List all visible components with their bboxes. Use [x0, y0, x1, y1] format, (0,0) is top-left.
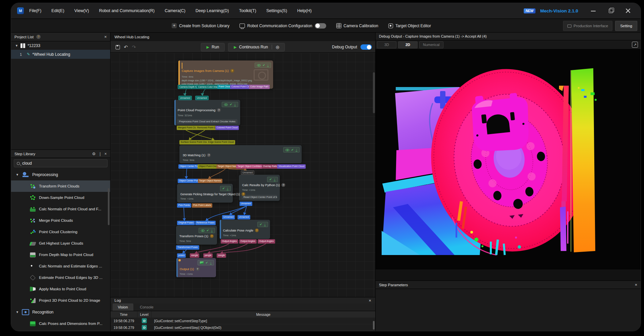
- close-project-list-icon[interactable]: ×: [104, 34, 107, 39]
- chevron-down-icon[interactable]: ▼: [16, 173, 19, 176]
- node-generate-picking-strategy[interactable]: ✔ ↓ Generate Picking Strategy for Target…: [177, 184, 233, 203]
- step-search-input[interactable]: cloud: [14, 159, 108, 167]
- help-icon[interactable]: ?: [217, 108, 221, 112]
- tab-console[interactable]: Console: [135, 303, 159, 311]
- port-pick-point-labels[interactable]: Pick Point Labels: [192, 203, 213, 208]
- step-library-scrollbar[interactable]: [108, 188, 110, 225]
- close-button[interactable]: [624, 7, 633, 14]
- close-step-library-icon[interactable]: ×: [104, 152, 107, 156]
- gear-icon[interactable]: ⚙: [92, 152, 96, 156]
- input-yangle[interactable]: yangle: [203, 253, 213, 258]
- camera-calibration-button[interactable]: Camera Calibration: [336, 23, 378, 28]
- menu-edit[interactable]: Edit(E): [51, 8, 64, 13]
- project-item-row[interactable]: 1 ✎ *Wheel Hub Locating: [11, 50, 110, 59]
- port-colored-point-cloud[interactable]: Colored Point Cloud: [215, 126, 239, 130]
- step-item-calc-poses-dimensions[interactable]: Calc Poses and Dimensions from P...: [11, 318, 110, 329]
- visibility-icon[interactable]: [201, 229, 205, 232]
- run-button[interactable]: ▶ Run: [201, 43, 225, 51]
- help-icon[interactable]: ?: [210, 234, 214, 238]
- download-icon[interactable]: ↓: [210, 261, 212, 264]
- download-icon[interactable]: ↓: [227, 187, 228, 190]
- visibility-icon[interactable]: [286, 149, 289, 151]
- input-unnamed[interactable]: Unnamed: [195, 96, 209, 100]
- input-zangle[interactable]: zangle: [217, 253, 226, 258]
- log-row[interactable]: 19:58:06.279 D [GuiContext::setCurrentSt…: [111, 324, 375, 331]
- input-edge-scene-point-cloud[interactable]: Edge Scene Point Cloud: [207, 140, 235, 144]
- node-transform-poses[interactable]: ✔ ↓ Transform Poses (1)? Time: 5ms: [176, 226, 217, 245]
- visibility-icon[interactable]: [257, 64, 261, 67]
- continuous-run-settings-icon[interactable]: ◎: [276, 45, 279, 49]
- node-calc-results-python[interactable]: ✔ ↓ Calc Results by Python (1)? Time: <1…: [239, 175, 280, 201]
- port-output-angles[interactable]: Output Angles: [258, 239, 275, 244]
- help-icon[interactable]: ?: [255, 228, 259, 232]
- log-scrollbar[interactable]: [373, 321, 375, 330]
- continuous-run-button[interactable]: ▶ Continuous Run ◎: [228, 43, 285, 51]
- setting-button[interactable]: Setting: [615, 21, 637, 31]
- project-root-row[interactable]: ▼ *12233: [11, 41, 110, 50]
- node-output[interactable]: ✔ ↓ Output (1)? Time: <1ms: [176, 258, 216, 277]
- input-unnamed[interactable]: Unnamed: [222, 215, 235, 219]
- step-item-edges-3d[interactable]: Estimate Point Cloud Edges by 3D ...: [11, 272, 110, 283]
- menu-toolkit[interactable]: Toolkit(T): [239, 8, 256, 13]
- input-surface-scene-point-cloud[interactable]: Surface Scene Point Cloud: [179, 140, 210, 144]
- visibility-icon[interactable]: [224, 103, 228, 106]
- step-item-apply-masks[interactable]: Apply Masks to Point Cloud: [11, 283, 110, 295]
- download-icon[interactable]: ↓: [234, 103, 236, 106]
- input-unnamed[interactable]: Unnamed: [241, 170, 254, 175]
- node-calculate-pose-angle[interactable]: ✔ ↓ Calculate Pose Angle? Time: <1ms: [220, 220, 270, 239]
- image-icon[interactable]: [200, 261, 204, 264]
- port-color-image-path[interactable]: Color Image Path: [249, 85, 270, 89]
- port-output-angles[interactable]: Output Angles: [221, 239, 238, 244]
- robot-communication-configuration-button[interactable]: Robot Communication Configuration: [240, 23, 326, 29]
- menu-deep-learning[interactable]: Deep Learning(D): [196, 8, 229, 13]
- step-item-estimate-edges[interactable]: Calc Normals and Estimate Edges ...: [11, 260, 110, 272]
- input-xangle[interactable]: xangle: [190, 253, 200, 258]
- group-recognition[interactable]: ▼ Recognition: [11, 306, 110, 318]
- help-icon[interactable]: ?: [207, 153, 211, 157]
- port-transformed-poses[interactable]: Transformed Poses: [176, 245, 199, 250]
- step-item-down-sample[interactable]: Down-Sample Point Cloud: [11, 192, 110, 203]
- step-item-depth-map[interactable]: From Depth Map to Point Cloud: [11, 249, 110, 260]
- chevron-down-icon[interactable]: ▼: [16, 310, 19, 314]
- robot-comm-toggle[interactable]: [315, 23, 326, 29]
- menu-settings[interactable]: Settings(S): [266, 8, 287, 13]
- port-pick-points[interactable]: Pick Points: [177, 203, 191, 208]
- download-icon[interactable]: ↓: [211, 229, 213, 232]
- port-visualization-point-cloud[interactable]: Visualization Point Cloud: [277, 164, 306, 169]
- group-preprocessing[interactable]: ▼ Preprocessing: [11, 169, 110, 180]
- menu-view[interactable]: View(V): [74, 8, 89, 13]
- download-icon[interactable]: ↓: [267, 64, 269, 67]
- download-icon[interactable]: ↓: [274, 178, 275, 181]
- menu-file[interactable]: File(F): [29, 8, 41, 13]
- step-item-highest-layer[interactable]: Get Highest Layer Clouds: [11, 238, 110, 249]
- step-item-clustering[interactable]: Point Cloud Clustering: [11, 226, 110, 238]
- node-subprocedure[interactable]: Read Object Center Point of M...: [242, 195, 277, 199]
- input-poses[interactable]: poses: [177, 253, 186, 258]
- menu-robot-communication[interactable]: Robot and Communication(R): [99, 8, 155, 13]
- help-icon[interactable]: ?: [36, 35, 41, 39]
- depth-image-viewport[interactable]: [376, 49, 641, 269]
- input-reference-poses[interactable]: Reference Poses: [195, 221, 216, 225]
- step-item-transform-point-clouds[interactable]: Transform Point Clouds: [11, 180, 110, 192]
- create-from-solution-library-button[interactable]: + Create from Solution Library: [172, 23, 229, 28]
- node-subprocedure[interactable]: Preprocess Point Cloud and Extract Circu…: [177, 119, 238, 124]
- production-interface-button[interactable]: Production Interface: [563, 21, 612, 31]
- menu-help[interactable]: Help(H): [297, 8, 312, 13]
- tab-3d[interactable]: 3D: [377, 41, 396, 48]
- step-item-calc-normals[interactable]: Calc Normals of Point Cloud and F...: [11, 203, 110, 215]
- help-icon[interactable]: ?: [242, 192, 245, 196]
- menu-camera[interactable]: Camera(C): [165, 8, 185, 13]
- input-unnamed[interactable]: Unnamed: [238, 215, 250, 219]
- canvas-scrollbar[interactable]: [373, 72, 375, 113]
- port-output-angles[interactable]: Output Angles: [239, 239, 257, 244]
- download-icon[interactable]: ↓: [264, 223, 266, 226]
- open-external-icon[interactable]: ↗: [632, 42, 638, 48]
- tab-numerical[interactable]: Numerical: [419, 41, 443, 48]
- close-log-icon[interactable]: ×: [369, 298, 371, 303]
- help-icon[interactable]: ?: [196, 267, 200, 271]
- node-point-cloud-preprocessing[interactable]: ✔ ↓ Point Cloud Preprocessing? Time: 321…: [174, 100, 240, 125]
- graph-canvas[interactable]: ✔ ↓ Capture Images from Camera (1)? Time…: [111, 53, 375, 297]
- node-3d-matching[interactable]: ✔ ↓ 3D Matching (1)? Time: 9ms: [179, 145, 302, 163]
- undo-button[interactable]: ↶: [122, 43, 130, 51]
- close-step-parameters-icon[interactable]: ×: [635, 282, 637, 287]
